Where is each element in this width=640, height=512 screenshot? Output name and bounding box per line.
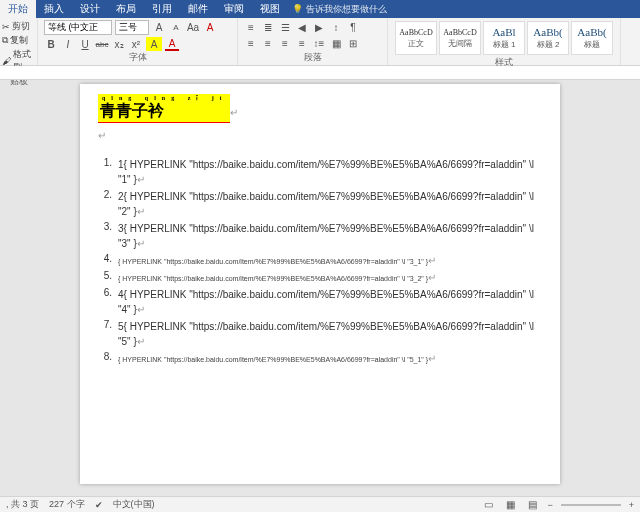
ribbon-tabs: 开始 插入 设计 布局 引用 邮件 审阅 视图 — [0, 0, 288, 18]
style-item-3[interactable]: AaBb(标题 2 — [527, 21, 569, 55]
justify-button[interactable]: ≡ — [295, 36, 309, 50]
copy-icon: ⧉ — [2, 35, 8, 46]
copy-button[interactable]: ⧉复制 — [2, 34, 35, 47]
tellme-search[interactable]: 💡 告诉我你想要做什么 — [292, 3, 387, 16]
italic-button[interactable]: I — [61, 37, 75, 51]
clipboard-group: ✂剪切 ⧉复制 🖌格式刷 贴板 — [0, 18, 38, 65]
titlebar: 开始 插入 设计 布局 引用 邮件 审阅 视图 💡 告诉我你想要做什么 — [0, 0, 640, 18]
shading-button[interactable]: ▦ — [329, 36, 343, 50]
font-size-combo[interactable]: 三号 — [115, 20, 149, 35]
page: qīng qīng zǐ jí 青青子衿 ↵ ↵ 1.1{ HYPERLINK … — [80, 84, 560, 484]
indent-dec-button[interactable]: ◀ — [295, 20, 309, 34]
change-case-button[interactable]: Aa — [186, 21, 200, 35]
web-layout-button[interactable]: ▤ — [525, 498, 539, 512]
strike-button[interactable]: abc — [95, 37, 109, 51]
indent-inc-button[interactable]: ▶ — [312, 20, 326, 34]
list-item: 5.{ HYPERLINK "https://baike.baidu.com/i… — [98, 270, 542, 285]
tab-home[interactable]: 开始 — [0, 0, 36, 18]
doc-title-highlight: qīng qīng zǐ jí 青青子衿 — [98, 94, 230, 123]
lightbulb-icon: 💡 — [292, 4, 303, 14]
paragraph-group: ≡ ≣ ☰ ◀ ▶ ↕ ¶ ≡ ≡ ≡ ≡ ↕≡ ▦ ⊞ 段落 — [238, 18, 388, 65]
list-item: 2.2{ HYPERLINK "https://baike.baidu.com/… — [98, 189, 542, 219]
ribbon: ✂剪切 ⧉复制 🖌格式刷 贴板 等线 (中文正 三号 A A Aa A B I … — [0, 18, 640, 66]
bold-button[interactable]: B — [44, 37, 58, 51]
page-count[interactable]: , 共 3 页 — [6, 498, 39, 511]
borders-button[interactable]: ⊞ — [346, 36, 360, 50]
document-area[interactable]: qīng qīng zǐ jí 青青子衿 ↵ ↵ 1.1{ HYPERLINK … — [0, 80, 640, 496]
underline-button[interactable]: U — [78, 37, 92, 51]
line-spacing-button[interactable]: ↕≡ — [312, 36, 326, 50]
style-item-1[interactable]: AaBbCcD无间隔 — [439, 21, 481, 55]
show-marks-button[interactable]: ¶ — [346, 20, 360, 34]
list-item: 8.{ HYPERLINK "https://baike.baidu.com/i… — [98, 351, 542, 366]
tab-references[interactable]: 引用 — [144, 0, 180, 18]
font-name-combo[interactable]: 等线 (中文正 — [44, 20, 112, 35]
para-mark-icon: ↵ — [98, 130, 106, 141]
tab-mailings[interactable]: 邮件 — [180, 0, 216, 18]
language-status[interactable]: 中文(中国) — [113, 498, 155, 511]
multilevel-button[interactable]: ☰ — [278, 20, 292, 34]
title-text: 青青子衿 — [100, 102, 164, 119]
align-left-button[interactable]: ≡ — [244, 36, 258, 50]
styles-group: AaBbCcD正文AaBbCcD无间隔AaBl标题 1AaBb(标题 2AaBb… — [388, 18, 621, 65]
print-layout-button[interactable]: ▦ — [503, 498, 517, 512]
scissors-icon: ✂ — [2, 22, 10, 32]
statusbar: , 共 3 页 227 个字 ✔ 中文(中国) ▭ ▦ ▤ − + — [0, 496, 640, 512]
numbered-list: 1.1{ HYPERLINK "https://baike.baidu.com/… — [98, 157, 542, 366]
highlight-button[interactable]: A — [146, 37, 162, 51]
ruler[interactable] — [0, 66, 640, 80]
cut-button[interactable]: ✂剪切 — [2, 20, 35, 33]
tab-view[interactable]: 视图 — [252, 0, 288, 18]
ruby-text: qīng qīng zǐ jí — [100, 94, 228, 101]
tab-review[interactable]: 审阅 — [216, 0, 252, 18]
word-count[interactable]: 227 个字 — [49, 498, 85, 511]
list-item: 7.5{ HYPERLINK "https://baike.baidu.com/… — [98, 319, 542, 349]
clear-format-button[interactable]: A — [203, 21, 217, 35]
numbering-button[interactable]: ≣ — [261, 20, 275, 34]
sort-button[interactable]: ↕ — [329, 20, 343, 34]
bullets-button[interactable]: ≡ — [244, 20, 258, 34]
paragraph-group-label: 段落 — [244, 51, 381, 65]
align-right-button[interactable]: ≡ — [278, 36, 292, 50]
para-mark-icon: ↵ — [230, 107, 238, 118]
font-group-label: 字体 — [44, 51, 231, 65]
list-item: 3.3{ HYPERLINK "https://baike.baidu.com/… — [98, 221, 542, 251]
brush-icon: 🖌 — [2, 56, 11, 66]
list-item: 6.4{ HYPERLINK "https://baike.baidu.com/… — [98, 287, 542, 317]
shrink-font-button[interactable]: A — [169, 21, 183, 35]
read-mode-button[interactable]: ▭ — [481, 498, 495, 512]
superscript-button[interactable]: x² — [129, 37, 143, 51]
font-color-button[interactable]: A — [165, 37, 179, 51]
styles-gallery: AaBbCcD正文AaBbCcD无间隔AaBl标题 1AaBb(标题 2AaBb… — [394, 20, 614, 56]
tab-design[interactable]: 设计 — [72, 0, 108, 18]
list-item: 4.{ HYPERLINK "https://baike.baidu.com/i… — [98, 253, 542, 268]
list-item: 1.1{ HYPERLINK "https://baike.baidu.com/… — [98, 157, 542, 187]
tab-insert[interactable]: 插入 — [36, 0, 72, 18]
subscript-button[interactable]: x₂ — [112, 37, 126, 51]
tab-layout[interactable]: 布局 — [108, 0, 144, 18]
zoom-out-button[interactable]: − — [547, 500, 552, 510]
proofing-icon[interactable]: ✔ — [95, 500, 103, 510]
grow-font-button[interactable]: A — [152, 21, 166, 35]
align-center-button[interactable]: ≡ — [261, 36, 275, 50]
style-item-0[interactable]: AaBbCcD正文 — [395, 21, 437, 55]
style-item-2[interactable]: AaBl标题 1 — [483, 21, 525, 55]
zoom-slider[interactable] — [561, 504, 621, 506]
font-group: 等线 (中文正 三号 A A Aa A B I U abc x₂ x² A A … — [38, 18, 238, 65]
zoom-in-button[interactable]: + — [629, 500, 634, 510]
style-item-4[interactable]: AaBb(标题 — [571, 21, 613, 55]
